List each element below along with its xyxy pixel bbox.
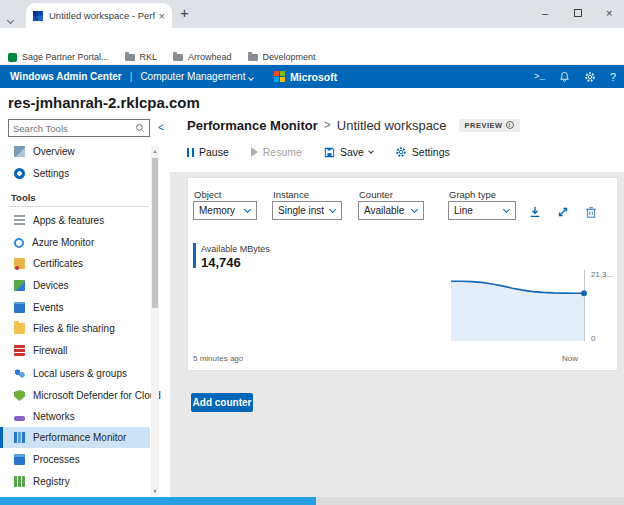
- sidebar-item-azure-monitor[interactable]: Azure Monitor: [0, 232, 150, 253]
- sidebar-item-apps-features[interactable]: Apps & features: [0, 210, 150, 231]
- apps-icon: [14, 215, 25, 226]
- sidebar-item-certificates[interactable]: Certificates: [0, 253, 150, 274]
- legend-color-bar: [193, 243, 196, 268]
- tab-close-icon[interactable]: ×: [159, 11, 165, 21]
- settings-label: Settings: [412, 146, 450, 158]
- breadcrumb: Performance Monitor > Untitled workspace…: [187, 117, 520, 133]
- search-icon: [135, 123, 145, 133]
- chevron-down-icon: [249, 75, 255, 81]
- browser-tab[interactable]: Untitled workspace - Performan ×: [26, 3, 172, 28]
- users-icon: [14, 368, 25, 379]
- sage-favicon-icon: [8, 53, 17, 62]
- scrollbar-thumb[interactable]: [152, 158, 158, 308]
- info-icon[interactable]: i: [506, 121, 514, 129]
- connection-title-row: res-jmhanrah-2.rklcpa.com: [0, 88, 624, 116]
- browser-tab-strip: Untitled workspace - Performan × + – ×: [0, 0, 624, 28]
- window-minimize-button[interactable]: –: [542, 7, 548, 19]
- sidebar-scrollbar[interactable]: ▲ ▼: [151, 146, 159, 496]
- perf-line-chart: [191, 266, 591, 350]
- bookmark-arrowhead[interactable]: Arrowhead: [173, 52, 232, 62]
- performance-chart: [191, 266, 591, 350]
- search-tools-input[interactable]: [13, 123, 135, 134]
- settings-gear-icon[interactable]: [584, 71, 596, 83]
- sidebar-item-processes[interactable]: Processes: [0, 449, 150, 470]
- object-dropdown[interactable]: Memory: [193, 201, 257, 220]
- y-axis-min-label: 0: [591, 334, 595, 343]
- events-icon: [14, 302, 25, 313]
- header-separator: |: [130, 71, 133, 82]
- instance-label: Instance: [273, 189, 309, 200]
- sidebar-item-local-users[interactable]: Local users & groups: [0, 363, 150, 384]
- horizontal-scrollbar[interactable]: [0, 497, 624, 505]
- graph-type-dropdown[interactable]: Line: [448, 201, 516, 220]
- sidebar-item-devices[interactable]: Devices: [0, 275, 150, 296]
- microsoft-wordmark: Microsoft: [290, 71, 337, 83]
- delete-icon[interactable]: [584, 205, 598, 219]
- chevron-down-icon: [329, 206, 336, 213]
- sidebar-item-overview[interactable]: Overview: [0, 141, 150, 162]
- sidebar-item-events[interactable]: Events: [0, 297, 150, 318]
- microsoft-squares-icon: [274, 71, 285, 82]
- x-axis-end-label: Now: [562, 354, 578, 363]
- sidebar-item-registry[interactable]: Registry: [0, 471, 150, 492]
- breadcrumb-separator: >: [324, 118, 331, 132]
- search-tools-box[interactable]: [8, 119, 150, 137]
- horizontal-scrollbar-thumb[interactable]: [0, 497, 316, 505]
- window-close-button[interactable]: ×: [606, 7, 612, 19]
- sidebar-item-label: Performance Monitor: [33, 432, 126, 443]
- powershell-console-icon[interactable]: >_: [534, 72, 545, 82]
- bookmark-development[interactable]: Development: [248, 52, 316, 62]
- tab-search-chevron-icon[interactable]: [8, 9, 16, 17]
- play-icon: [251, 147, 258, 157]
- sidebar-item-label: Local users & groups: [33, 368, 127, 379]
- add-counter-button[interactable]: Add counter: [191, 393, 253, 412]
- sidebar-item-label: Processes: [33, 454, 80, 465]
- help-icon[interactable]: ?: [610, 71, 616, 83]
- sidebar-item-defender[interactable]: Microsoft Defender for Cloud: [0, 385, 150, 406]
- folder-icon: [248, 54, 258, 61]
- save-button[interactable]: Save: [324, 146, 373, 158]
- browser-address-bar: ← → ↻ localhost:6516/computerManagement/…: [0, 28, 624, 50]
- window-maximize-button[interactable]: [574, 9, 582, 17]
- pause-button[interactable]: Pause: [187, 146, 229, 158]
- sidebar-item-label: Files & file sharing: [33, 323, 115, 334]
- download-icon[interactable]: [528, 205, 542, 219]
- sidebar-item-performance-monitor[interactable]: Performance Monitor: [0, 427, 150, 448]
- sidebar-item-label: Devices: [33, 280, 69, 291]
- settings-button[interactable]: Settings: [395, 146, 450, 158]
- bookmark-label: Sage Partner Portal...: [22, 52, 109, 62]
- sidebar-item-label: Overview: [33, 146, 75, 157]
- solution-menu[interactable]: Computer Management: [140, 71, 253, 82]
- sidebar-item-label: Azure Monitor: [32, 237, 94, 248]
- notifications-bell-icon[interactable]: [559, 71, 570, 82]
- counter-dropdown[interactable]: Available MI: [358, 201, 424, 220]
- chevron-down-icon[interactable]: [368, 148, 374, 154]
- devices-icon: [14, 280, 25, 291]
- defender-icon: [14, 390, 25, 401]
- networks-icon: [14, 416, 25, 421]
- save-icon: [324, 147, 335, 158]
- scroll-down-icon[interactable]: ▼: [151, 488, 159, 494]
- resume-button[interactable]: Resume: [251, 146, 302, 158]
- sidebar-item-networks[interactable]: Networks: [0, 406, 150, 427]
- wac-favicon-icon: [33, 11, 43, 21]
- sidebar-item-firewall[interactable]: Firewall: [0, 340, 150, 361]
- instance-dropdown[interactable]: Single instar: [272, 201, 342, 220]
- folder-icon: [173, 54, 183, 61]
- scroll-up-icon[interactable]: ▲: [151, 148, 159, 154]
- sidebar-item-settings[interactable]: Settings: [0, 163, 150, 184]
- bookmark-rkl[interactable]: RKL: [125, 52, 158, 62]
- new-tab-button[interactable]: +: [180, 5, 189, 21]
- overview-icon: [14, 146, 25, 157]
- wac-product-title[interactable]: Windows Admin Center: [10, 71, 122, 82]
- sidebar-item-label: Registry: [33, 476, 70, 487]
- pause-icon: [187, 148, 194, 157]
- breadcrumb-tool[interactable]: Performance Monitor: [187, 118, 318, 133]
- counter-value: Available MI: [364, 205, 406, 216]
- bookmark-sage[interactable]: Sage Partner Portal...: [8, 52, 109, 62]
- expand-icon[interactable]: [556, 205, 570, 219]
- breadcrumb-workspace: Untitled workspace: [337, 118, 447, 133]
- sidebar-item-files[interactable]: Files & file sharing: [0, 318, 150, 339]
- sidebar-collapse-icon[interactable]: <: [158, 122, 164, 133]
- tools-heading: Tools: [11, 192, 36, 203]
